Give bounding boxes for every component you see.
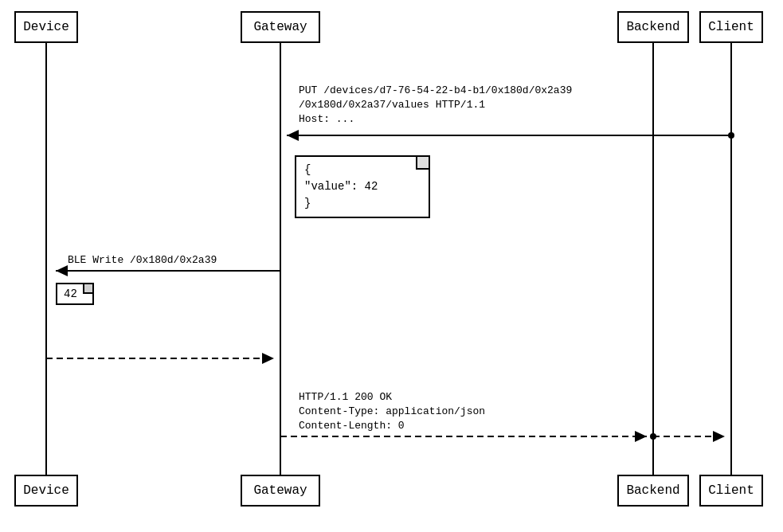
- svg-marker-5: [287, 130, 299, 141]
- device-bot-box: Device: [14, 475, 78, 507]
- gateway-bot-label: Gateway: [253, 483, 307, 498]
- gateway-bot-box: Gateway: [241, 475, 320, 507]
- gateway-top-label: Gateway: [253, 20, 307, 34]
- http-response-line1: HTTP/1.1 200 OK: [299, 390, 485, 405]
- backend-bot-label: Backend: [626, 483, 679, 498]
- http-response-line2: Content-Type: application/json: [299, 405, 485, 419]
- gateway-top-box: Gateway: [241, 11, 320, 43]
- client-top-label: Client: [708, 20, 754, 34]
- client-bot-label: Client: [708, 483, 754, 498]
- device-top-label: Device: [23, 20, 69, 34]
- svg-marker-12: [635, 431, 647, 442]
- backend-bot-box: Backend: [617, 475, 689, 507]
- json-line2: "value": 42: [304, 178, 421, 195]
- http-request-line2: /0x180d/0x2a37/values HTTP/1.1: [299, 98, 572, 112]
- svg-marker-14: [713, 431, 725, 442]
- ble-write-label: BLE Write /0x180d/0x2a39: [68, 253, 217, 268]
- ble-value-note: 42: [56, 283, 94, 305]
- json-body-note: { "value": 42 }: [295, 155, 430, 218]
- backend-top-label: Backend: [626, 20, 679, 34]
- device-bot-label: Device: [23, 483, 69, 498]
- svg-point-15: [650, 433, 656, 440]
- http-response-line3: Content-Length: 0: [299, 419, 485, 433]
- client-bot-box: Client: [699, 475, 763, 507]
- ble-write-text: BLE Write /0x180d/0x2a39: [68, 253, 217, 268]
- client-top-box: Client: [699, 11, 763, 43]
- http-request-line3: Host: ...: [299, 112, 572, 127]
- device-top-box: Device: [14, 11, 78, 43]
- sequence-diagram: Device Gateway Backend Client Device Gat…: [0, 0, 783, 532]
- backend-top-box: Backend: [617, 11, 689, 43]
- ble-value-text: 42: [64, 288, 77, 300]
- svg-point-6: [728, 132, 734, 139]
- svg-marker-10: [262, 353, 274, 364]
- http-response-label: HTTP/1.1 200 OK Content-Type: applicatio…: [299, 390, 485, 434]
- svg-marker-8: [56, 265, 68, 276]
- json-line1: {: [304, 162, 421, 178]
- http-request-label: PUT /devices/d7-76-54-22-b4-b1/0x180d/0x…: [299, 84, 572, 127]
- json-line3: }: [304, 195, 421, 212]
- http-request-line1: PUT /devices/d7-76-54-22-b4-b1/0x180d/0x…: [299, 84, 572, 98]
